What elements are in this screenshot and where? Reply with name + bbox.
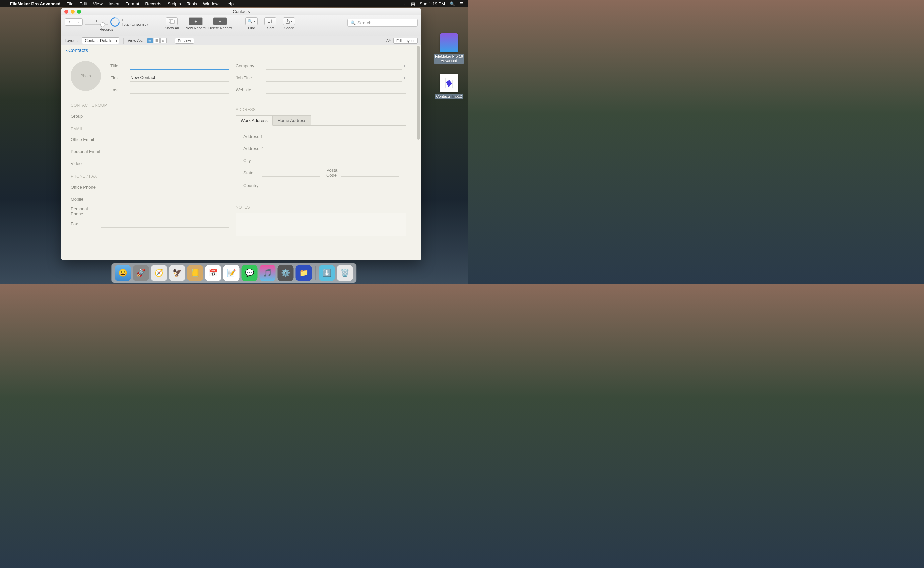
layout-bar: Layout: Contact Details View As: ▭ ☰ ▦ P… bbox=[61, 36, 421, 45]
office-email-field[interactable] bbox=[101, 135, 229, 144]
phone-head: PHONE / FAX bbox=[71, 174, 229, 179]
dock-trash-icon[interactable]: 🗑️ bbox=[337, 265, 353, 281]
jobtitle-dropdown-icon[interactable]: ▾ bbox=[402, 76, 406, 80]
company-dropdown-icon[interactable]: ▾ bbox=[402, 64, 406, 68]
notification-center-icon[interactable]: ▤ bbox=[411, 2, 415, 6]
postal-label: Postal Code bbox=[326, 168, 341, 178]
vertical-scrollbar[interactable] bbox=[416, 46, 420, 260]
menu-scripts[interactable]: Scripts bbox=[168, 2, 181, 6]
found-count: 1 bbox=[122, 18, 148, 23]
video-field[interactable] bbox=[101, 159, 229, 168]
search-input[interactable]: 🔍 Search bbox=[348, 19, 418, 27]
delete-record-button[interactable]: － bbox=[213, 17, 227, 26]
view-table-button[interactable]: ▦ bbox=[160, 38, 166, 43]
postal-field[interactable] bbox=[341, 169, 399, 177]
desktop-icon-app[interactable]: FileMaker Pro 16 Advanced bbox=[434, 33, 464, 63]
layout-select[interactable]: Contact Details bbox=[82, 37, 119, 44]
country-label: Country bbox=[243, 183, 274, 188]
group-field[interactable] bbox=[101, 112, 229, 120]
new-record-button[interactable]: ＋ bbox=[189, 17, 203, 26]
address2-field[interactable] bbox=[274, 144, 399, 153]
dock-messages-icon[interactable]: 💬 bbox=[242, 265, 258, 281]
dock-filemaker-icon[interactable]: 📁 bbox=[296, 265, 312, 281]
address-tab-pane: Address 1 Address 2 City State Pos bbox=[236, 125, 406, 199]
edit-layout-button[interactable]: Edit Layout bbox=[393, 38, 418, 44]
dock-notes-icon[interactable]: 📝 bbox=[224, 265, 239, 281]
scroll-thumb[interactable] bbox=[417, 46, 420, 140]
photo-placeholder[interactable]: Photo bbox=[71, 61, 101, 91]
dock-settings-icon[interactable]: ⚙️ bbox=[278, 265, 294, 281]
office-phone-field[interactable] bbox=[101, 183, 229, 191]
sort-button[interactable] bbox=[264, 17, 277, 26]
personal-email-field[interactable] bbox=[101, 147, 229, 156]
dock-contacts-icon[interactable]: 📒 bbox=[187, 265, 203, 281]
office-email-label: Office Email bbox=[71, 137, 101, 142]
dock-mail-icon[interactable]: 🦅 bbox=[169, 265, 185, 281]
app-menu[interactable]: FileMaker Pro Advanced bbox=[10, 2, 60, 6]
formatting-icon[interactable]: Aᵃ bbox=[386, 38, 391, 43]
state-label: State bbox=[243, 171, 262, 175]
view-form-button[interactable]: ▭ bbox=[147, 38, 153, 43]
titlebar[interactable]: Contacts bbox=[61, 8, 421, 15]
box-icon bbox=[440, 33, 458, 52]
menu-view[interactable]: View bbox=[93, 2, 103, 6]
script-status-icon[interactable]: ⌁ bbox=[404, 2, 406, 6]
record-pie-icon[interactable] bbox=[108, 15, 122, 29]
show-all-button[interactable] bbox=[165, 17, 178, 26]
share-button[interactable]: ▾ bbox=[283, 17, 295, 26]
dock-separator bbox=[315, 266, 316, 280]
spotlight-icon[interactable]: 🔍 bbox=[450, 2, 455, 6]
dock-launchpad-icon[interactable]: 🚀 bbox=[133, 265, 149, 281]
mobile-field[interactable] bbox=[101, 195, 229, 203]
dock-downloads-icon[interactable]: ⬇️ bbox=[319, 265, 335, 281]
title-field[interactable] bbox=[130, 62, 229, 69]
jobtitle-field[interactable] bbox=[266, 74, 402, 82]
notes-field[interactable] bbox=[236, 213, 406, 236]
record-slider[interactable] bbox=[85, 24, 108, 25]
dock: 😀 🚀 🧭 🦅 📒 📅 📝 💬 🎵 ⚙️ 📁 ⬇️ 🗑️ bbox=[112, 263, 357, 282]
window-title: Contacts bbox=[61, 9, 421, 14]
personal-phone-field[interactable] bbox=[101, 207, 229, 215]
country-field[interactable] bbox=[274, 181, 399, 189]
next-record-button[interactable]: › bbox=[74, 19, 82, 26]
office-phone-label: Office Phone bbox=[71, 184, 101, 190]
find-button[interactable]: 🔍 ▾ bbox=[245, 17, 258, 26]
breadcrumb[interactable]: ‹ Contacts bbox=[61, 45, 421, 55]
address1-field[interactable] bbox=[274, 132, 399, 140]
first-field[interactable] bbox=[130, 74, 229, 82]
search-icon: 🔍 bbox=[351, 20, 356, 26]
dock-safari-icon[interactable]: 🧭 bbox=[151, 265, 167, 281]
menu-edit[interactable]: Edit bbox=[79, 2, 87, 6]
preview-button[interactable]: Preview bbox=[175, 38, 194, 44]
state-field[interactable] bbox=[262, 169, 320, 177]
view-list-button[interactable]: ☰ bbox=[154, 38, 160, 43]
dock-finder-icon[interactable]: 😀 bbox=[115, 265, 131, 281]
first-label: First bbox=[110, 76, 130, 80]
desktop-icon-file[interactable]: Contacts.fmp12 bbox=[434, 74, 464, 100]
menu-format[interactable]: Format bbox=[125, 2, 139, 6]
menu-insert[interactable]: Insert bbox=[109, 2, 119, 6]
personal-email-label: Personal Email bbox=[71, 149, 101, 154]
city-label: City bbox=[243, 158, 274, 163]
clock[interactable]: Sun 1:19 PM bbox=[420, 2, 445, 6]
prev-record-button[interactable]: ‹ bbox=[65, 19, 74, 26]
website-field[interactable] bbox=[266, 86, 406, 94]
menu-help[interactable]: Help bbox=[224, 2, 233, 6]
city-field[interactable] bbox=[274, 156, 399, 165]
menu-extras-icon[interactable]: ☰ bbox=[460, 2, 464, 6]
dock-calendar-icon[interactable]: 📅 bbox=[206, 265, 221, 281]
fax-field[interactable] bbox=[101, 220, 229, 228]
menu-records[interactable]: Records bbox=[145, 2, 162, 6]
title-label: Title bbox=[110, 63, 130, 68]
tab-work-address[interactable]: Work Address bbox=[236, 115, 273, 125]
dock-itunes-icon[interactable]: 🎵 bbox=[260, 265, 276, 281]
record-nav-buttons[interactable]: ‹ › bbox=[65, 18, 83, 26]
company-field[interactable] bbox=[266, 62, 402, 69]
chevron-left-icon: ‹ bbox=[66, 47, 68, 53]
last-field[interactable] bbox=[130, 86, 229, 94]
tab-home-address[interactable]: Home Address bbox=[273, 115, 311, 125]
menu-tools[interactable]: Tools bbox=[187, 2, 197, 6]
address-head: ADDRESS bbox=[236, 107, 406, 112]
menu-file[interactable]: File bbox=[67, 2, 74, 6]
menu-window[interactable]: Window bbox=[203, 2, 218, 6]
